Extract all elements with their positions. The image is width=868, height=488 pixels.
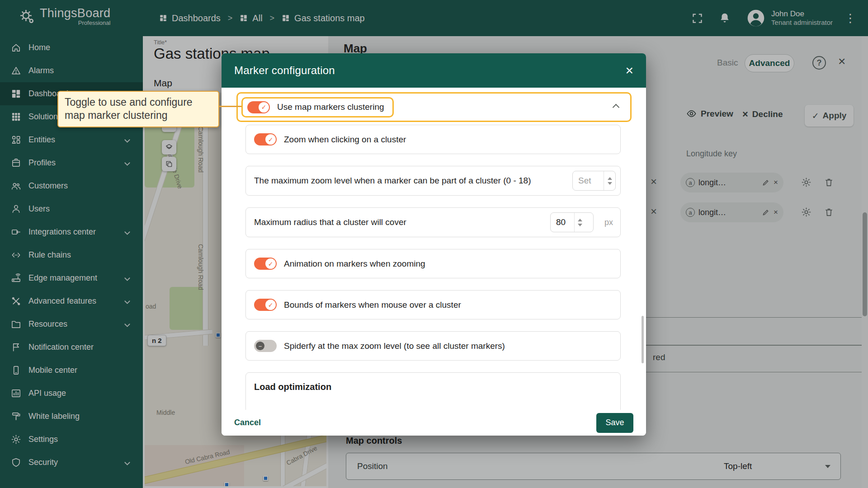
- option-row: ✓ Animation on markers when zooming: [245, 249, 621, 278]
- option-label: Zoom when clicking on a cluster: [284, 134, 616, 145]
- dialog-body: ✓ Use map markers clustering ✓ Zoom when…: [222, 88, 646, 436]
- hint-connector-line: [218, 106, 242, 107]
- toggle-knob: –: [256, 342, 264, 350]
- bounds-toggle[interactable]: ✓: [254, 299, 277, 311]
- toggle-knob: ✓: [265, 134, 276, 145]
- spinner-down-icon[interactable]: [608, 182, 612, 185]
- section-title: Load optimization: [254, 382, 331, 392]
- cancel-button[interactable]: Cancel: [234, 418, 261, 427]
- option-label: The maximum zoom level when a marker can…: [254, 175, 543, 187]
- dialog-scrollbar-thumb[interactable]: [642, 316, 644, 363]
- option-label: Animation on markers when zooming: [284, 258, 616, 270]
- max-zoom-field[interactable]: [573, 176, 604, 186]
- animation-toggle[interactable]: ✓: [254, 258, 277, 270]
- option-row: Maximum radius that a cluster will cover…: [245, 207, 621, 237]
- save-button[interactable]: Save: [596, 413, 633, 433]
- spinner-up-icon[interactable]: [578, 219, 582, 221]
- option-label: Bounds of markers when mouse over a clus…: [284, 299, 616, 311]
- toggle-knob: ✓: [265, 300, 276, 310]
- px-suffix: px: [604, 218, 613, 227]
- max-zoom-input[interactable]: [572, 171, 616, 191]
- use-clustering-toggle[interactable]: ✓: [247, 101, 270, 113]
- clustering-toggle-label: Use map markers clustering: [277, 101, 384, 113]
- hint-tooltip: Toggle to use and configure map marker c…: [57, 91, 219, 127]
- clustering-toggle-highlight: ✓ Use map markers clustering: [241, 97, 394, 117]
- clustering-options: ✓ Zoom when clicking on a cluster The ma…: [245, 125, 621, 427]
- spinner-up-icon[interactable]: [608, 177, 612, 180]
- option-row: – Spiderfy at the max zoom level (to see…: [245, 331, 621, 361]
- spinner-down-icon[interactable]: [578, 224, 582, 226]
- marker-configuration-dialog: Marker configuration × ✓ Use map markers…: [222, 53, 646, 436]
- number-spinner[interactable]: [574, 213, 586, 232]
- option-row: ✓ Zoom when clicking on a cluster: [245, 125, 621, 154]
- dialog-header: Marker configuration ×: [222, 53, 646, 88]
- number-spinner[interactable]: [604, 171, 615, 190]
- clustering-expansion-panel: ✓ Use map markers clustering: [236, 92, 632, 122]
- chevron-up-icon[interactable]: [613, 103, 620, 111]
- dialog-close-icon[interactable]: ×: [625, 64, 633, 77]
- spiderfy-toggle[interactable]: –: [254, 340, 277, 352]
- option-label: Spiderfy at the max zoom level (to see a…: [284, 340, 616, 352]
- dialog-footer: Cancel Save: [222, 410, 646, 436]
- zoom-on-cluster-toggle[interactable]: ✓: [254, 133, 277, 145]
- toggle-knob: ✓: [265, 258, 276, 269]
- max-radius-input[interactable]: [550, 212, 594, 232]
- toggle-knob: ✓: [259, 102, 269, 113]
- max-radius-field[interactable]: [551, 217, 574, 227]
- option-row: The maximum zoom level when a marker can…: [245, 166, 621, 196]
- option-label: Maximum radius that a cluster will cover: [254, 216, 543, 228]
- dialog-title: Marker configuration: [234, 64, 335, 77]
- option-row: ✓ Bounds of markers when mouse over a cl…: [245, 290, 621, 319]
